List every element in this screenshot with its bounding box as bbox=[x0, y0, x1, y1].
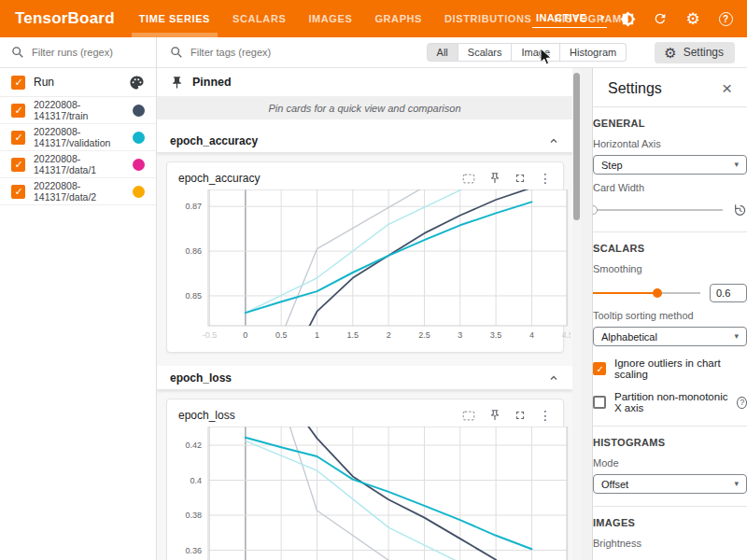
run-checkbox[interactable] bbox=[11, 185, 25, 199]
ignore-outliers-checkbox[interactable] bbox=[593, 362, 606, 375]
reset-card-width-button[interactable] bbox=[732, 203, 747, 217]
scalars-heading: SCALARS bbox=[593, 243, 747, 254]
smoothing-value-input[interactable] bbox=[710, 284, 747, 302]
tooltip-sorting-select[interactable]: Alphabetical ▾ bbox=[593, 327, 747, 346]
epoch-accuracy-chart[interactable]: -0.500.511.522.533.544.50.850.860.87 bbox=[167, 188, 563, 352]
fit-domain-icon[interactable] bbox=[461, 409, 476, 423]
run-row-data-1[interactable]: 20220808-141317/data/1 bbox=[0, 151, 156, 178]
settings-panel: Settings × GENERAL Horizontal Axis Step … bbox=[592, 68, 747, 560]
run-color-dot[interactable] bbox=[133, 186, 145, 198]
collapse-chevron-icon[interactable] bbox=[548, 372, 559, 384]
card-width-slider[interactable] bbox=[593, 204, 723, 216]
select-all-runs-checkbox[interactable] bbox=[11, 76, 25, 90]
search-icon bbox=[11, 46, 24, 59]
reload-button[interactable] bbox=[648, 7, 672, 31]
svg-text:0.42: 0.42 bbox=[185, 441, 202, 450]
fit-domain-icon[interactable] bbox=[461, 172, 476, 186]
help-icon[interactable]: ? bbox=[737, 397, 747, 409]
palette-icon[interactable] bbox=[129, 75, 145, 91]
chip-image[interactable]: Image bbox=[512, 43, 560, 62]
svg-text:4.5: 4.5 bbox=[562, 330, 571, 340]
chevron-down-icon: ▾ bbox=[600, 14, 605, 22]
run-color-dot[interactable] bbox=[133, 105, 145, 117]
run-row-train[interactable]: 20220808-141317/train bbox=[0, 97, 156, 124]
svg-text:2.5: 2.5 bbox=[418, 330, 430, 340]
histograms-heading: HISTOGRAMS bbox=[593, 437, 747, 448]
tags-toolbar: All Scalars Image Histogram ⚙ Settings bbox=[157, 37, 747, 68]
global-settings-button[interactable]: ⚙ bbox=[681, 7, 705, 31]
smoothing-slider[interactable] bbox=[593, 287, 700, 299]
help-icon: ? bbox=[719, 12, 733, 26]
fullscreen-icon[interactable] bbox=[514, 172, 527, 185]
settings-toggle-button[interactable]: ⚙ Settings bbox=[655, 42, 735, 63]
svg-text:0.36: 0.36 bbox=[185, 546, 202, 555]
run-color-dot[interactable] bbox=[133, 132, 145, 144]
search-icon bbox=[170, 46, 183, 59]
tab-time-series[interactable]: TIME SERIES bbox=[128, 0, 221, 37]
svg-text:0.38: 0.38 bbox=[185, 511, 202, 520]
ignore-outliers-label: Ignore outliers in chart scaling bbox=[614, 357, 747, 380]
pin-card-icon[interactable] bbox=[488, 409, 501, 422]
partition-x-axis-checkbox[interactable] bbox=[593, 396, 606, 409]
filter-tags-input[interactable] bbox=[190, 47, 419, 58]
run-checkbox[interactable] bbox=[11, 104, 25, 118]
partition-x-axis-label: Partition non-monotonic X axis bbox=[614, 391, 728, 413]
scalar-card-epoch-loss: epoch_loss ⋮ -0.500.511.522.533.544.50.3… bbox=[166, 399, 564, 560]
more-options-icon[interactable]: ⋮ bbox=[539, 171, 552, 186]
settings-images-section: IMAGES Brightness Contrast bbox=[593, 507, 747, 560]
app-header: TensorBoard TIME SERIES SCALARS IMAGES G… bbox=[0, 0, 747, 37]
tensorboard-app: TensorBoard TIME SERIES SCALARS IMAGES G… bbox=[0, 0, 747, 560]
tab-graphs[interactable]: GRAPHS bbox=[363, 0, 433, 37]
section-header-epoch-accuracy[interactable]: epoch_accuracy bbox=[157, 129, 572, 153]
svg-text:0.85: 0.85 bbox=[185, 291, 202, 301]
collapse-chevron-icon[interactable] bbox=[548, 135, 559, 147]
svg-text:1: 1 bbox=[315, 330, 319, 340]
images-heading: IMAGES bbox=[593, 517, 747, 528]
fullscreen-icon[interactable] bbox=[514, 409, 527, 422]
help-button[interactable]: ? bbox=[713, 7, 738, 31]
epoch-loss-chart[interactable]: -0.500.511.522.533.544.50.360.380.40.42 bbox=[167, 425, 563, 560]
svg-text:-0.5: -0.5 bbox=[203, 330, 218, 340]
tag-type-filter: All Scalars Image Histogram bbox=[427, 43, 627, 62]
horizontal-axis-select[interactable]: Step ▾ bbox=[593, 155, 747, 175]
smoothing-label: Smoothing bbox=[593, 263, 747, 274]
section-header-epoch-loss[interactable]: epoch_loss bbox=[157, 366, 572, 390]
pin-card-icon[interactable] bbox=[488, 172, 501, 185]
chip-histogram[interactable]: Histogram bbox=[560, 43, 627, 62]
histogram-mode-select[interactable]: Offset ▾ bbox=[593, 474, 747, 494]
chip-all[interactable]: All bbox=[427, 43, 458, 62]
run-row-validation[interactable]: 20220808-141317/validation bbox=[0, 124, 156, 151]
run-checkbox[interactable] bbox=[11, 158, 25, 172]
tab-scalars[interactable]: SCALARS bbox=[221, 0, 297, 37]
close-icon[interactable]: × bbox=[722, 79, 732, 97]
runs-sidebar: Run 20220808-141317/train 20220808-14131… bbox=[0, 37, 157, 560]
tab-distributions[interactable]: DISTRIBUTIONS bbox=[433, 0, 543, 37]
card-title: epoch_accuracy bbox=[178, 172, 260, 185]
run-checkbox[interactable] bbox=[11, 131, 25, 145]
pinned-empty-message: Pin cards for a quick view and compariso… bbox=[157, 96, 572, 119]
brightness-icon bbox=[620, 11, 636, 27]
brightness-label: Brightness bbox=[593, 538, 747, 549]
main-scrollbar[interactable] bbox=[572, 68, 581, 560]
filter-runs-input[interactable] bbox=[32, 47, 134, 58]
chip-scalars[interactable]: Scalars bbox=[458, 43, 513, 62]
settings-general-section: GENERAL Horizontal Axis Step ▾ Card Widt… bbox=[593, 107, 747, 231]
settings-panel-title: Settings bbox=[608, 80, 662, 97]
svg-text:0.5: 0.5 bbox=[275, 330, 288, 340]
pinned-heading: Pinned bbox=[192, 76, 232, 89]
svg-text:2: 2 bbox=[387, 330, 391, 340]
svg-text:0.87: 0.87 bbox=[185, 202, 202, 211]
run-name: 20220808-141317/train bbox=[34, 99, 88, 121]
tab-images[interactable]: IMAGES bbox=[297, 0, 363, 37]
run-status-select[interactable]: INACTIVE ▾ bbox=[532, 9, 607, 28]
run-name: 20220808-141317/data/1 bbox=[34, 153, 96, 175]
dark-mode-toggle-button[interactable] bbox=[615, 7, 640, 31]
run-row-data-2[interactable]: 20220808-141317/data/2 bbox=[0, 178, 156, 205]
settings-histograms-section: HISTOGRAMS Mode Offset ▾ bbox=[593, 427, 747, 506]
svg-text:0.86: 0.86 bbox=[185, 246, 202, 256]
gear-icon: ⚙ bbox=[664, 46, 676, 60]
run-color-dot[interactable] bbox=[133, 159, 145, 171]
scrollbar-thumb[interactable] bbox=[573, 73, 580, 220]
more-options-icon[interactable]: ⋮ bbox=[539, 408, 552, 423]
chevron-down-icon: ▾ bbox=[734, 161, 739, 169]
